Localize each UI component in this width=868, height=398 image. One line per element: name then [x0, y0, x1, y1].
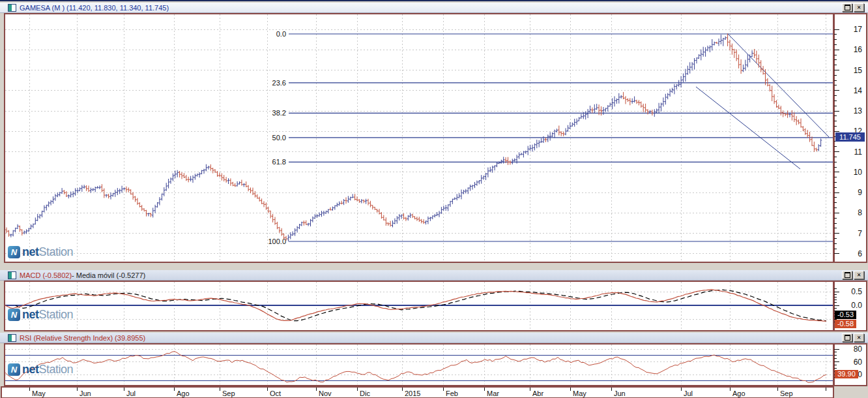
scale-label: 9	[858, 188, 862, 197]
month-label: Sep	[780, 390, 793, 397]
month-label: Oct	[270, 390, 281, 397]
rsi-value-tag: 39.90	[835, 370, 858, 378]
macd-signal-value-tag: -0.58	[835, 320, 856, 328]
month-label: Mar	[487, 390, 499, 397]
restore-icon	[845, 5, 850, 10]
scale-label: 17	[854, 25, 863, 34]
macd-value-tag: -0.53	[835, 311, 856, 319]
restore-button[interactable]	[842, 271, 852, 279]
scale-label: 38.2	[272, 109, 286, 117]
scale-label: 80	[854, 344, 863, 354]
chart-window-icon	[8, 334, 16, 342]
month-label: Jul	[684, 390, 693, 397]
rsi-panel-titlebar[interactable]: RSI (Relative Strength Index) (39.8955) …	[0, 333, 868, 343]
scale-label: 0.5	[851, 287, 862, 296]
time-axis: MayJunJulAgoSepOctNovDic2015FebMarAbrMay…	[0, 386, 868, 398]
panel-splitter[interactable]	[0, 263, 868, 270]
chart-window-icon	[8, 4, 16, 12]
scale-label: 14	[854, 86, 863, 95]
rsi-title: RSI (Relative Strength Index) (39.8955)	[20, 334, 145, 342]
scale-label: 11	[854, 147, 863, 157]
time-axis-svg: MayJunJulAgoSepOctNovDic2015FebMarAbrMay…	[0, 386, 868, 398]
scale-label: 8	[858, 208, 862, 217]
scale-label: 50.0	[272, 134, 286, 142]
last-price-tag: 11.745	[835, 132, 865, 142]
macd-chart-svg: 0.50.0	[0, 281, 868, 331]
price-panel-title: GAMESA (M ) (11.420, 11.830, 11.340, 11.…	[20, 4, 169, 12]
month-label: 2015	[405, 390, 420, 397]
scale-label: 10	[854, 168, 863, 177]
month-label: Jun	[80, 390, 91, 397]
rsi-chart-svg: 806040	[0, 343, 868, 386]
close-button[interactable]: ✕	[854, 271, 864, 279]
price-panel-titlebar[interactable]: GAMESA (M ) (11.420, 11.830, 11.340, 11.…	[0, 3, 868, 13]
month-label: Feb	[446, 390, 458, 397]
scale-label: 13	[854, 106, 863, 115]
month-label: Ago	[732, 390, 745, 397]
month-label: Nov	[319, 390, 332, 397]
macd-title: MACD (-0.5802)	[20, 271, 72, 279]
month-label: May	[573, 390, 586, 397]
scale-label: 7	[858, 229, 862, 238]
restore-icon	[845, 335, 850, 341]
month-label: Jun	[614, 390, 626, 397]
month-label: Abr	[532, 390, 543, 397]
month-label: Ago	[177, 390, 190, 397]
close-button[interactable]: ✕	[854, 3, 864, 12]
scale-label: 6	[858, 249, 862, 258]
scale-label: 23.6	[272, 79, 286, 87]
chart-window-icon	[8, 271, 16, 279]
restore-icon	[845, 272, 850, 278]
scale-label: 15	[854, 66, 863, 75]
price-chart-svg: 0.023.638.250.061.8100.01716151413121110…	[0, 13, 868, 263]
scale-label: 0.0	[276, 30, 286, 38]
scale-label: 100.0	[268, 237, 286, 245]
macd-chart-panel[interactable]: 0.50.0 NnetStation	[0, 281, 868, 331]
month-label: May	[32, 390, 46, 397]
scale-label: 60	[854, 358, 863, 367]
rsi-chart-panel[interactable]: 806040 NnetStation	[0, 343, 868, 386]
scale-label: 16	[854, 45, 863, 54]
month-label: Sep	[222, 390, 235, 397]
netstation-window: GAMESA (M ) (11.420, 11.830, 11.340, 11.…	[0, 0, 868, 398]
scale-label: 61.8	[272, 158, 286, 166]
price-chart-panel[interactable]: 0.023.638.250.061.8100.01716151413121110…	[0, 13, 868, 263]
macd-signal-title: - Media móvil (-0.5277)	[72, 271, 145, 279]
month-label: Jul	[126, 390, 136, 397]
month-label: Dic	[360, 390, 370, 397]
restore-button[interactable]	[842, 3, 852, 12]
macd-panel-titlebar[interactable]: MACD (-0.5802) - Media móvil (-0.5277) ✕	[0, 270, 868, 281]
scale-label: 0.0	[851, 301, 862, 310]
restore-button[interactable]	[842, 333, 852, 342]
close-button[interactable]: ✕	[854, 333, 864, 342]
